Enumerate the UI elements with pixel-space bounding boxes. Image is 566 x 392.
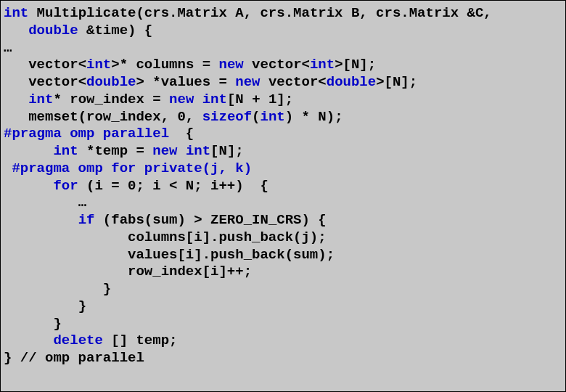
code-keyword: int [53, 143, 78, 159]
code-keyword: #pragma omp parallel [4, 126, 169, 142]
code-line: #pragma omp for private(j, k) [4, 160, 562, 178]
code-text: &time) { [78, 23, 153, 38]
code-line: vector<double> *values = new vector<doub… [4, 74, 562, 91]
code-text [4, 160, 12, 176]
code-text: row_index[i]++; [128, 264, 252, 279]
code-line: int* row_index = new int[N + 1]; [4, 91, 562, 109]
code-text: } [78, 298, 86, 314]
code-text: vector< [244, 57, 310, 73]
code-text: > *values = [136, 74, 235, 90]
code-keyword: int [28, 91, 53, 107]
code-line: double &time) { [4, 23, 562, 40]
code-text: } [103, 281, 111, 297]
code-text [177, 143, 185, 159]
code-text: } [53, 316, 61, 332]
code-text: *temp = [78, 143, 153, 159]
code-keyword: int [86, 57, 111, 73]
code-text: Multiplicate(crs.Matrix A, crs.Matrix B,… [28, 5, 492, 21]
code-keyword: int [186, 143, 210, 159]
code-text: vector< [28, 74, 86, 90]
code-line: row_index[i]++; [4, 264, 562, 281]
code-keyword: new [219, 57, 244, 73]
code-keyword: new [152, 143, 177, 159]
code-keyword: double [28, 23, 78, 38]
code-keyword: delete [53, 332, 102, 348]
code-text: >[N]; [335, 57, 376, 73]
code-keyword: new [235, 74, 260, 90]
code-line: int *temp = new int[N]; [4, 143, 562, 160]
code-line: values[i].push_back(sum); [4, 247, 562, 264]
code-keyword: for [53, 178, 78, 194]
code-text: * row_index = [53, 91, 169, 107]
code-keyword: #pragma omp for private(j, k) [12, 160, 252, 176]
code-line: if (fabs(sum) > ZERO_IN_CRS) { [4, 212, 562, 229]
code-text: >* columns = [111, 57, 218, 73]
code-text: … [4, 40, 12, 56]
code-text: vector< [28, 57, 86, 73]
code-text: { [169, 126, 194, 142]
code-line: } [4, 281, 562, 298]
code-text: [N + 1]; [227, 91, 293, 107]
code-line: } [4, 298, 562, 316]
code-keyword: int [310, 57, 335, 73]
code-keyword: int [4, 5, 28, 21]
code-text: (i = 0; i < N; i++) { [78, 178, 268, 194]
code-line: columns[i].push_back(j); [4, 229, 562, 247]
code-text: ) * N); [285, 109, 343, 125]
code-text: columns[i].push_back(j); [128, 229, 327, 245]
code-line: for (i = 0; i < N; i++) { [4, 178, 562, 195]
code-keyword: if [78, 212, 95, 228]
code-keyword: int [261, 109, 285, 125]
code-keyword: sizeof [202, 109, 252, 125]
code-line: vector<int>* columns = new vector<int>[N… [4, 57, 562, 74]
code-keyword: double [86, 74, 136, 90]
code-text [194, 91, 202, 107]
code-line: delete [] temp; [4, 332, 562, 350]
code-line: #pragma omp parallel { [4, 126, 562, 143]
code-text: [] temp; [103, 332, 178, 348]
code-line: } [4, 316, 562, 333]
code-line: … [4, 40, 562, 57]
code-text: } // omp parallel [4, 350, 144, 366]
code-text: (fabs(sum) > ZERO_IN_CRS) { [94, 212, 326, 228]
code-line: } // omp parallel [4, 350, 562, 367]
code-text: ( [252, 109, 260, 125]
code-text: memset(row_index, 0, [28, 109, 202, 125]
code-keyword: int [202, 91, 227, 107]
code-text: >[N]; [376, 74, 417, 90]
code-text: values[i].push_back(sum); [128, 247, 335, 263]
code-text: [N]; [210, 143, 244, 159]
code-keyword: new [169, 91, 194, 107]
code-line: … [4, 195, 562, 212]
code-keyword: double [327, 74, 376, 90]
code-line: int Multiplicate(crs.Matrix A, crs.Matri… [4, 5, 562, 23]
code-block: int Multiplicate(crs.Matrix A, crs.Matri… [0, 0, 566, 392]
code-text: … [78, 195, 86, 211]
code-line: memset(row_index, 0, sizeof(int) * N); [4, 109, 562, 126]
code-text: vector< [261, 74, 327, 90]
